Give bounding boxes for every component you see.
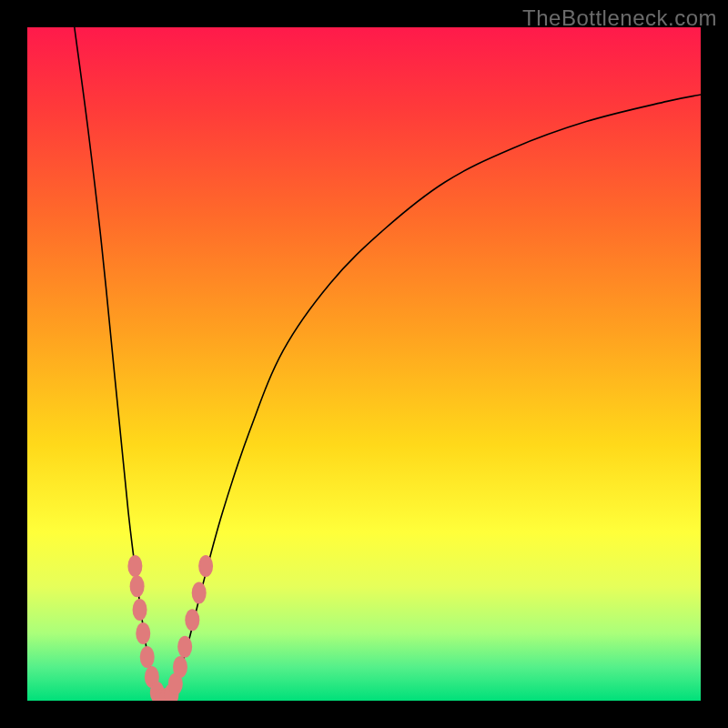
curve-left-branch (75, 27, 162, 701)
data-dot (192, 582, 207, 604)
data-dot (133, 599, 147, 621)
data-dot (177, 636, 192, 658)
plot-area (27, 27, 701, 701)
data-dot (127, 555, 142, 577)
data-dot (173, 656, 187, 678)
curve-right-branch (162, 95, 701, 701)
data-dot (185, 609, 199, 631)
data-dots (127, 555, 213, 701)
data-dot (198, 555, 213, 577)
chart-frame: TheBottleneck.com (0, 0, 728, 728)
watermark-text: TheBottleneck.com (522, 5, 717, 31)
data-dot (136, 622, 150, 644)
data-dot (140, 646, 155, 668)
data-dot (130, 575, 145, 597)
curve-layer (27, 27, 701, 701)
